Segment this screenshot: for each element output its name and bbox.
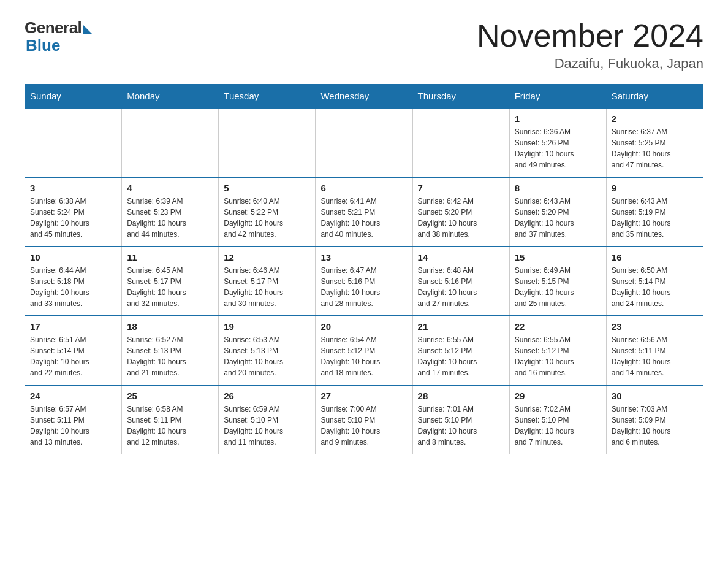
day-number: 25 — [127, 391, 213, 401]
weekday-header-wednesday: Wednesday — [316, 85, 412, 109]
day-info: Sunrise: 6:52 AMSunset: 5:13 PMDaylight:… — [127, 334, 213, 378]
day-number: 29 — [515, 391, 601, 401]
calendar-cell: 16Sunrise: 6:50 AMSunset: 5:14 PMDayligh… — [606, 247, 703, 316]
calendar-cell: 14Sunrise: 6:48 AMSunset: 5:16 PMDayligh… — [412, 247, 509, 316]
day-number: 12 — [224, 252, 310, 262]
day-number: 1 — [515, 113, 601, 124]
day-number: 6 — [320, 183, 407, 193]
day-info: Sunrise: 6:39 AMSunset: 5:23 PMDaylight:… — [127, 196, 213, 240]
day-info: Sunrise: 6:38 AMSunset: 5:24 PMDaylight:… — [30, 196, 116, 240]
day-number: 8 — [515, 183, 601, 193]
day-number: 13 — [320, 252, 407, 262]
day-info: Sunrise: 6:55 AMSunset: 5:12 PMDaylight:… — [515, 334, 601, 378]
day-number: 17 — [30, 321, 116, 332]
day-number: 11 — [127, 252, 213, 262]
day-info: Sunrise: 6:47 AMSunset: 5:16 PMDaylight:… — [320, 265, 407, 309]
day-info: Sunrise: 6:57 AMSunset: 5:11 PMDaylight:… — [30, 404, 116, 448]
day-info: Sunrise: 7:00 AMSunset: 5:10 PMDaylight:… — [320, 404, 407, 448]
day-number: 28 — [418, 391, 504, 401]
day-info: Sunrise: 6:54 AMSunset: 5:12 PMDaylight:… — [320, 334, 407, 378]
day-number: 16 — [612, 252, 698, 262]
page-header: General Blue November 2024 Dazaifu, Fuku… — [25, 18, 703, 72]
day-info: Sunrise: 6:43 AMSunset: 5:20 PMDaylight:… — [515, 196, 601, 240]
day-info: Sunrise: 6:49 AMSunset: 5:15 PMDaylight:… — [515, 265, 601, 309]
day-number: 15 — [515, 252, 601, 262]
calendar-cell: 25Sunrise: 6:58 AMSunset: 5:11 PMDayligh… — [122, 385, 219, 454]
day-info: Sunrise: 6:40 AMSunset: 5:22 PMDaylight:… — [224, 196, 310, 240]
day-number: 3 — [30, 183, 116, 193]
day-number: 26 — [224, 391, 310, 401]
calendar-cell: 1Sunrise: 6:36 AMSunset: 5:26 PMDaylight… — [509, 108, 606, 177]
calendar-cell: 19Sunrise: 6:53 AMSunset: 5:13 PMDayligh… — [219, 316, 316, 385]
calendar-cell: 18Sunrise: 6:52 AMSunset: 5:13 PMDayligh… — [122, 316, 219, 385]
calendar-header: SundayMondayTuesdayWednesdayThursdayFrid… — [25, 85, 703, 109]
day-number: 10 — [30, 252, 116, 262]
calendar-cell: 30Sunrise: 7:03 AMSunset: 5:09 PMDayligh… — [606, 385, 703, 454]
day-number: 7 — [418, 183, 504, 193]
day-info: Sunrise: 7:03 AMSunset: 5:09 PMDaylight:… — [612, 404, 698, 448]
day-info: Sunrise: 6:53 AMSunset: 5:13 PMDaylight:… — [224, 334, 310, 378]
day-number: 5 — [224, 183, 310, 193]
logo: General Blue — [25, 18, 92, 55]
day-number: 9 — [612, 183, 698, 193]
calendar-week-row: 17Sunrise: 6:51 AMSunset: 5:14 PMDayligh… — [25, 316, 703, 385]
day-number: 4 — [127, 183, 213, 193]
day-number: 14 — [418, 252, 504, 262]
calendar-cell: 20Sunrise: 6:54 AMSunset: 5:12 PMDayligh… — [316, 316, 412, 385]
weekday-header-monday: Monday — [122, 85, 219, 109]
weekday-header-row: SundayMondayTuesdayWednesdayThursdayFrid… — [25, 85, 703, 109]
calendar-cell — [219, 108, 316, 177]
day-info: Sunrise: 6:51 AMSunset: 5:14 PMDaylight:… — [30, 334, 116, 378]
calendar-cell: 2Sunrise: 6:37 AMSunset: 5:25 PMDaylight… — [606, 108, 703, 177]
calendar-cell: 27Sunrise: 7:00 AMSunset: 5:10 PMDayligh… — [316, 385, 412, 454]
day-info: Sunrise: 6:58 AMSunset: 5:11 PMDaylight:… — [127, 404, 213, 448]
day-number: 19 — [224, 321, 310, 332]
day-number: 23 — [612, 321, 698, 332]
calendar-cell: 21Sunrise: 6:55 AMSunset: 5:12 PMDayligh… — [412, 316, 509, 385]
day-info: Sunrise: 6:41 AMSunset: 5:21 PMDaylight:… — [320, 196, 407, 240]
day-info: Sunrise: 6:36 AMSunset: 5:26 PMDaylight:… — [515, 126, 601, 170]
calendar-cell: 15Sunrise: 6:49 AMSunset: 5:15 PMDayligh… — [509, 247, 606, 316]
day-number: 21 — [418, 321, 504, 332]
day-number: 27 — [320, 391, 407, 401]
calendar-cell — [25, 108, 122, 177]
day-info: Sunrise: 6:48 AMSunset: 5:16 PMDaylight:… — [418, 265, 504, 309]
weekday-header-friday: Friday — [509, 85, 606, 109]
day-number: 18 — [127, 321, 213, 332]
day-number: 24 — [30, 391, 116, 401]
title-area: November 2024 Dazaifu, Fukuoka, Japan — [477, 18, 703, 72]
calendar-cell: 24Sunrise: 6:57 AMSunset: 5:11 PMDayligh… — [25, 385, 122, 454]
weekday-header-sunday: Sunday — [25, 85, 122, 109]
calendar-cell: 9Sunrise: 6:43 AMSunset: 5:19 PMDaylight… — [606, 177, 703, 247]
calendar-cell: 4Sunrise: 6:39 AMSunset: 5:23 PMDaylight… — [122, 177, 219, 247]
calendar-cell: 23Sunrise: 6:56 AMSunset: 5:11 PMDayligh… — [606, 316, 703, 385]
day-info: Sunrise: 6:43 AMSunset: 5:19 PMDaylight:… — [612, 196, 698, 240]
day-info: Sunrise: 7:01 AMSunset: 5:10 PMDaylight:… — [418, 404, 504, 448]
calendar-cell: 11Sunrise: 6:45 AMSunset: 5:17 PMDayligh… — [122, 247, 219, 316]
day-info: Sunrise: 6:37 AMSunset: 5:25 PMDaylight:… — [612, 126, 698, 170]
day-number: 20 — [320, 321, 407, 332]
calendar-cell — [412, 108, 509, 177]
day-number: 2 — [612, 113, 698, 124]
day-number: 30 — [612, 391, 698, 401]
calendar-week-row: 10Sunrise: 6:44 AMSunset: 5:18 PMDayligh… — [25, 247, 703, 316]
day-info: Sunrise: 6:59 AMSunset: 5:10 PMDaylight:… — [224, 404, 310, 448]
day-info: Sunrise: 6:55 AMSunset: 5:12 PMDaylight:… — [418, 334, 504, 378]
calendar-cell: 3Sunrise: 6:38 AMSunset: 5:24 PMDaylight… — [25, 177, 122, 247]
calendar-cell: 29Sunrise: 7:02 AMSunset: 5:10 PMDayligh… — [509, 385, 606, 454]
day-info: Sunrise: 6:50 AMSunset: 5:14 PMDaylight:… — [612, 265, 698, 309]
calendar-cell: 28Sunrise: 7:01 AMSunset: 5:10 PMDayligh… — [412, 385, 509, 454]
calendar-cell — [122, 108, 219, 177]
day-info: Sunrise: 7:02 AMSunset: 5:10 PMDaylight:… — [515, 404, 601, 448]
calendar-cell: 26Sunrise: 6:59 AMSunset: 5:10 PMDayligh… — [219, 385, 316, 454]
calendar-cell: 5Sunrise: 6:40 AMSunset: 5:22 PMDaylight… — [219, 177, 316, 247]
calendar-week-row: 3Sunrise: 6:38 AMSunset: 5:24 PMDaylight… — [25, 177, 703, 247]
calendar-cell — [316, 108, 412, 177]
logo-triangle-icon — [83, 25, 92, 34]
day-info: Sunrise: 6:44 AMSunset: 5:18 PMDaylight:… — [30, 265, 116, 309]
calendar-cell: 8Sunrise: 6:43 AMSunset: 5:20 PMDaylight… — [509, 177, 606, 247]
calendar-cell: 22Sunrise: 6:55 AMSunset: 5:12 PMDayligh… — [509, 316, 606, 385]
calendar-cell: 6Sunrise: 6:41 AMSunset: 5:21 PMDaylight… — [316, 177, 412, 247]
calendar-week-row: 1Sunrise: 6:36 AMSunset: 5:26 PMDaylight… — [25, 108, 703, 177]
day-info: Sunrise: 6:45 AMSunset: 5:17 PMDaylight:… — [127, 265, 213, 309]
